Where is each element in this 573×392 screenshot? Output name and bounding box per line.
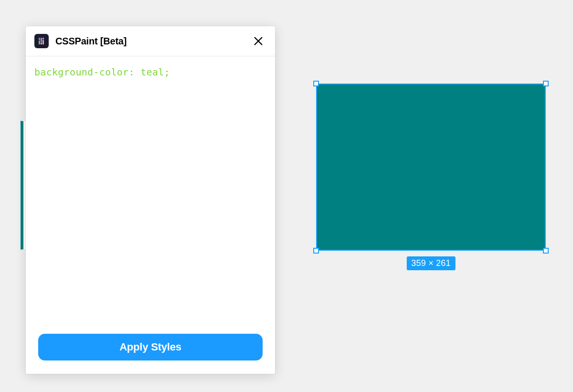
panel-body	[26, 56, 275, 322]
svg-rect-4	[42, 38, 44, 40]
svg-rect-3	[41, 42, 42, 44]
apply-styles-button[interactable]: Apply Styles	[38, 334, 263, 360]
panel-footer: Apply Styles	[26, 322, 275, 374]
plugin-panel: CSSPaint [Beta] Apply Styles	[26, 26, 275, 374]
svg-rect-1	[39, 41, 40, 44]
svg-rect-5	[42, 40, 44, 44]
resize-handle-top-right[interactable]	[543, 81, 549, 86]
selection-edge-left[interactable]	[316, 84, 317, 251]
svg-rect-0	[39, 38, 40, 40]
selection-edge-top[interactable]	[316, 84, 546, 85]
plugin-logo-icon	[37, 37, 46, 45]
plugin-icon	[34, 34, 49, 48]
resize-handle-bottom-right[interactable]	[543, 248, 549, 254]
panel-header: CSSPaint [Beta]	[26, 26, 275, 56]
dimensions-badge: 359 × 261	[406, 256, 455, 270]
resize-handle-top-left[interactable]	[313, 81, 319, 86]
selected-layer[interactable]: 359 × 261	[316, 84, 546, 251]
close-icon	[253, 36, 264, 46]
resize-handle-bottom-left[interactable]	[313, 248, 319, 254]
close-button[interactable]	[251, 34, 265, 48]
panel-title: CSSPaint [Beta]	[55, 36, 244, 47]
selection-edge-right[interactable]	[545, 84, 546, 251]
selection-edge-bottom[interactable]	[316, 250, 546, 251]
selected-layer-fill	[316, 84, 546, 251]
css-editor-input[interactable]	[34, 65, 266, 322]
svg-rect-2	[41, 38, 42, 42]
